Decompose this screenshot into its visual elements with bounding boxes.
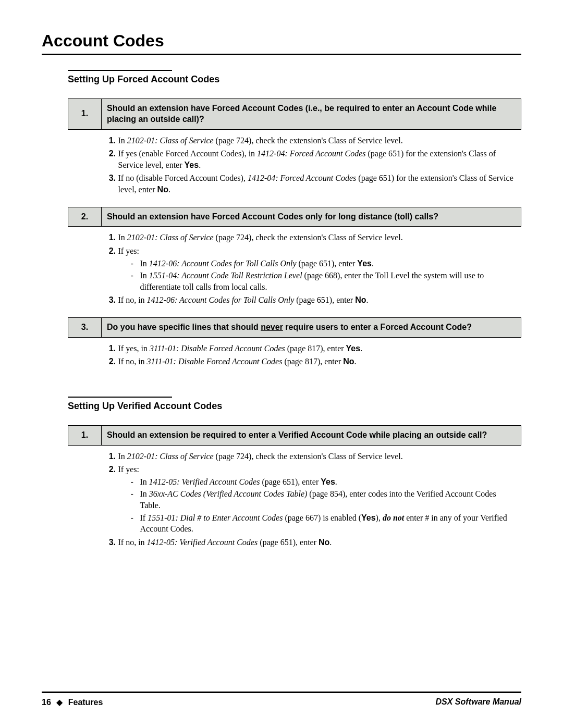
answer-item: In 2102-01: Class of Service (page 724),… <box>118 451 516 462</box>
page-number: 16 <box>42 698 51 707</box>
question-row: 2.Should an extension have Forced Accoun… <box>68 207 521 227</box>
question-number: 1. <box>68 425 102 445</box>
answer-cell: In 2102-01: Class of Service (page 724),… <box>102 445 521 559</box>
answer-item: In 2102-01: Class of Service (page 724),… <box>118 232 516 243</box>
question-row: 3.Do you have specific lines that should… <box>68 317 521 337</box>
answer-item: If yes:In 1412-06: Account Codes for Tol… <box>118 245 516 292</box>
question-text: Should an extension have Forced Account … <box>102 207 521 227</box>
answer-cell: In 2102-01: Class of Service (page 724),… <box>102 129 521 207</box>
question-number: 2. <box>68 207 102 227</box>
answer-item: In 2102-01: Class of Service (page 724),… <box>118 135 516 146</box>
footer-manual-title: DSX Software Manual <box>436 697 521 707</box>
answer-spacer <box>68 445 102 559</box>
footer-section-name: Features <box>68 698 103 707</box>
page-footer: 16 ◆ Features DSX Software Manual <box>42 692 521 707</box>
section-heading: Setting Up Forced Account Codes <box>68 74 521 85</box>
question-number: 1. <box>68 99 102 130</box>
answer-row: If yes, in 3111-01: Disable Forced Accou… <box>68 337 521 379</box>
answer-spacer <box>68 129 102 207</box>
question-row: 1.Should an extension be required to ent… <box>68 425 521 445</box>
answer-item: If no, in 3111-01: Disable Forced Accoun… <box>118 356 516 367</box>
question-text: Should an extension be required to enter… <box>102 425 521 445</box>
section-block: Setting Up Verified Account Codes1.Shoul… <box>68 397 521 560</box>
answer-row: In 2102-01: Class of Service (page 724),… <box>68 227 521 318</box>
qa-table: 1.Should an extension be required to ent… <box>68 425 521 560</box>
answer-cell: If yes, in 3111-01: Disable Forced Accou… <box>102 337 521 379</box>
section-rule <box>68 397 172 398</box>
answer-item: If no, in 1412-05: Verified Account Code… <box>118 537 516 548</box>
section-heading: Setting Up Verified Account Codes <box>68 401 521 412</box>
section-block: Setting Up Forced Account Codes1.Should … <box>68 70 521 379</box>
footer-left: 16 ◆ Features <box>42 697 103 707</box>
answer-item: If no (disable Forced Account Codes), 14… <box>118 172 516 195</box>
answer-item: If yes, in 3111-01: Disable Forced Accou… <box>118 343 516 354</box>
answer-item: If no, in 1412-06: Account Codes for Tol… <box>118 294 516 306</box>
answer-cell: In 2102-01: Class of Service (page 724),… <box>102 227 521 318</box>
answer-spacer <box>68 227 102 318</box>
page-title: Account Codes <box>42 31 521 51</box>
section-rule <box>68 70 172 71</box>
answer-row: In 2102-01: Class of Service (page 724),… <box>68 445 521 559</box>
question-text: Do you have specific lines that should n… <box>102 317 521 337</box>
question-text: Should an extension have Forced Account … <box>102 99 521 130</box>
question-number: 3. <box>68 317 102 337</box>
answer-row: In 2102-01: Class of Service (page 724),… <box>68 129 521 207</box>
answer-item: If yes (enable Forced Account Codes), in… <box>118 148 516 170</box>
qa-table: 1.Should an extension have Forced Accoun… <box>68 98 521 379</box>
footer-diamond-icon: ◆ <box>56 698 63 707</box>
title-rule <box>42 54 521 55</box>
answer-item: If yes:In 1412-05: Verified Account Code… <box>118 464 516 535</box>
question-row: 1.Should an extension have Forced Accoun… <box>68 99 521 130</box>
answer-spacer <box>68 337 102 379</box>
footer-rule <box>42 692 521 693</box>
